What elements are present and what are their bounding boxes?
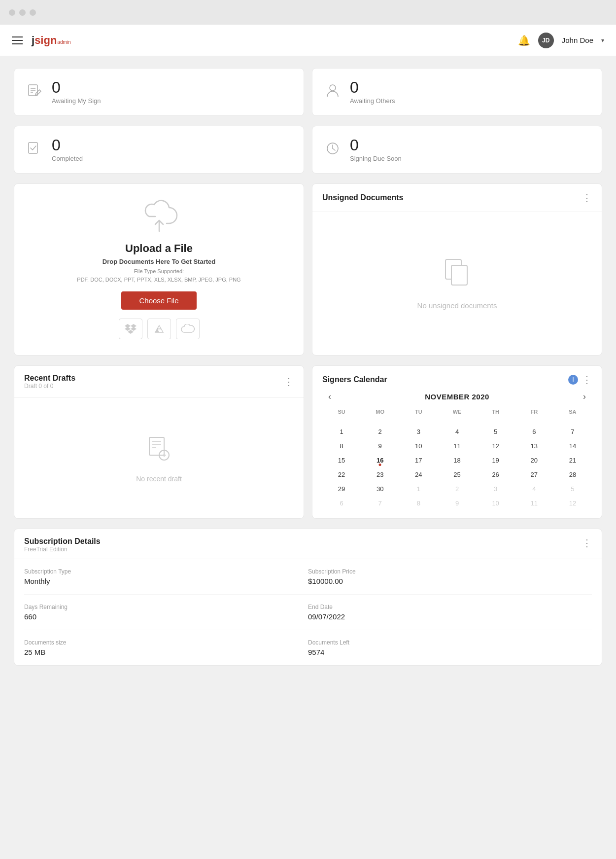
no-documents-icon xyxy=(443,257,472,294)
stat-label-awaiting-others: Awaiting Others xyxy=(350,97,395,105)
stat-card-awaiting-my-sign: 0 Awaiting My Sign xyxy=(14,68,304,116)
cal-day-empty xyxy=(399,418,438,425)
subscription-card-header-row: Subscription Details FreeTrial Edition ⋮ xyxy=(14,529,602,553)
hamburger-menu[interactable] xyxy=(12,36,23,44)
calendar-next-button[interactable]: › xyxy=(583,392,586,402)
cal-day-23[interactable]: 23 xyxy=(361,467,399,482)
svg-marker-12 xyxy=(125,327,131,331)
stats-row-1: 0 Awaiting My Sign 0 Awaiting Others xyxy=(14,68,602,116)
sub-value-days-remaining: 660 xyxy=(24,612,308,621)
drafts-menu-button[interactable]: ⋮ xyxy=(284,376,294,388)
cal-day-9[interactable]: 9 xyxy=(361,439,399,453)
window-dot-2 xyxy=(19,9,26,16)
cal-day-13[interactable]: 13 xyxy=(515,439,553,453)
cal-day-next-8: 8 xyxy=(399,496,438,510)
cal-day-empty xyxy=(477,418,515,425)
cal-day-30[interactable]: 30 xyxy=(361,482,399,496)
cal-day-12[interactable]: 12 xyxy=(477,439,515,453)
calendar-week-4: 15 16 17 18 19 20 21 xyxy=(322,453,592,467)
subscription-menu-button[interactable]: ⋮ xyxy=(582,537,592,549)
stat-number-awaiting-my-sign: 0 xyxy=(52,79,101,95)
middle-row: Upload a File Drop Documents Here To Get… xyxy=(14,183,602,356)
stat-number-awaiting-others: 0 xyxy=(350,79,395,95)
avatar: JD xyxy=(538,33,554,48)
no-draft-icon xyxy=(144,433,174,468)
cal-day-22[interactable]: 22 xyxy=(322,467,361,482)
cal-day-15[interactable]: 15 xyxy=(322,453,361,467)
unsigned-docs-menu-button[interactable]: ⋮ xyxy=(582,192,592,204)
sub-value-subscription-price: $10000.00 xyxy=(308,577,592,585)
stat-number-signing-due-soon: 0 xyxy=(350,137,402,153)
cal-day-empty xyxy=(361,418,399,425)
calendar-menu-button[interactable]: ⋮ xyxy=(582,374,592,386)
info-icon[interactable]: i xyxy=(568,375,578,385)
choose-file-button[interactable]: Choose File xyxy=(121,291,196,310)
cal-day-24[interactable]: 24 xyxy=(399,467,438,482)
cal-day-21[interactable]: 21 xyxy=(553,453,592,467)
cloud-services-row xyxy=(119,319,200,339)
cal-day-14[interactable]: 14 xyxy=(553,439,592,453)
upload-card: Upload a File Drop Documents Here To Get… xyxy=(14,183,304,356)
cal-day-next-4: 4 xyxy=(515,482,553,496)
person-icon xyxy=(324,82,341,102)
unsigned-documents-title: Unsigned Documents xyxy=(322,193,403,202)
calendar-grid: SU MO TU WE TH FR SA xyxy=(312,406,602,518)
recent-drafts-card: Recent Drafts Draft 0 of 0 ⋮ xyxy=(14,365,304,519)
cal-day-29[interactable]: 29 xyxy=(322,482,361,496)
calendar-week-2: 1 2 3 4 5 6 7 xyxy=(322,425,592,439)
unsigned-docs-empty-state: No unsigned documents xyxy=(312,212,602,355)
sub-label-documents-left: Documents Left xyxy=(308,639,592,646)
dropbox-button[interactable] xyxy=(119,319,142,339)
sub-label-end-date: End Date xyxy=(308,604,592,610)
sub-item-documents-left: Documents Left 9574 xyxy=(308,630,592,665)
cal-day-17[interactable]: 17 xyxy=(399,453,438,467)
cal-day-next-11: 11 xyxy=(515,496,553,510)
cal-day-10[interactable]: 10 xyxy=(399,439,438,453)
no-draft-text: No recent draft xyxy=(136,475,182,483)
navbar-left: jsignadmin xyxy=(12,34,71,47)
cal-day-7[interactable]: 7 xyxy=(553,425,592,439)
stat-info-awaiting-others: 0 Awaiting Others xyxy=(350,79,395,105)
google-drive-button[interactable] xyxy=(147,319,171,339)
svg-rect-16 xyxy=(451,265,467,285)
unsigned-documents-card: Unsigned Documents ⋮ No unsigned documen… xyxy=(312,183,602,356)
cal-day-18[interactable]: 18 xyxy=(438,453,476,467)
sub-item-subscription-type: Subscription Type Monthly xyxy=(24,559,308,595)
stat-info-completed: 0 Completed xyxy=(52,137,83,162)
user-name[interactable]: John Doe xyxy=(562,36,593,44)
cal-day-28[interactable]: 28 xyxy=(553,467,592,482)
cal-day-19[interactable]: 19 xyxy=(477,453,515,467)
onedrive-button[interactable] xyxy=(176,319,200,339)
cal-day-5[interactable]: 5 xyxy=(477,425,515,439)
cal-day-2[interactable]: 2 xyxy=(361,425,399,439)
svg-line-8 xyxy=(333,148,335,150)
cal-day-6[interactable]: 6 xyxy=(515,425,553,439)
bell-icon[interactable]: 🔔 xyxy=(518,35,530,46)
subscription-title: Subscription Details xyxy=(24,537,101,546)
stats-row-2: 0 Completed 0 Signing Due Soon xyxy=(14,126,602,174)
cal-day-25[interactable]: 25 xyxy=(438,467,476,482)
upload-file-types: File Type Supported: PDF, DOC, DOCX, PPT… xyxy=(77,267,240,284)
cal-day-1[interactable]: 1 xyxy=(322,425,361,439)
cal-day-next-3: 3 xyxy=(477,482,515,496)
cal-day-next-12: 12 xyxy=(553,496,592,510)
cal-day-4[interactable]: 4 xyxy=(438,425,476,439)
calendar-prev-button[interactable]: ‹ xyxy=(328,392,331,402)
calendar-week-1 xyxy=(322,418,592,425)
calendar-week-3: 8 9 10 11 12 13 14 xyxy=(322,439,592,453)
sub-item-end-date: End Date 09/07/2022 xyxy=(308,595,592,630)
cal-day-27[interactable]: 27 xyxy=(515,467,553,482)
cal-day-26[interactable]: 26 xyxy=(477,467,515,482)
svg-rect-5 xyxy=(29,143,37,153)
sub-item-days-remaining: Days Remaining 660 xyxy=(24,595,308,630)
window-chrome xyxy=(0,0,616,25)
cal-day-3[interactable]: 3 xyxy=(399,425,438,439)
cal-day-16-today[interactable]: 16 xyxy=(361,453,399,467)
cal-day-20[interactable]: 20 xyxy=(515,453,553,467)
calendar-header: Signers Calendar i ⋮ xyxy=(312,366,602,386)
svg-point-4 xyxy=(330,85,336,91)
cal-day-next-10: 10 xyxy=(477,496,515,510)
cal-day-8[interactable]: 8 xyxy=(322,439,361,453)
bottom-row: Recent Drafts Draft 0 of 0 ⋮ xyxy=(14,365,602,519)
cal-day-11[interactable]: 11 xyxy=(438,439,476,453)
